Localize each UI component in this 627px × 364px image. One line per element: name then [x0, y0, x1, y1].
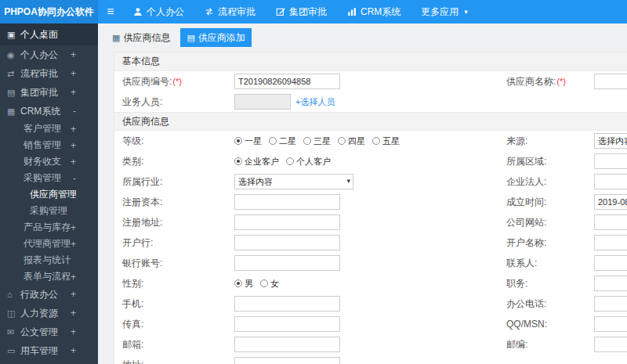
sidebar-item[interactable]: 采购管理-	[0, 170, 98, 186]
flow-icon	[205, 7, 214, 16]
text-input[interactable]	[234, 194, 340, 210]
sidebar-item[interactable]: ⌂行政办公+	[0, 285, 98, 304]
select-input[interactable]: 选择内容▾	[234, 174, 353, 189]
field-label-text: 手机:	[122, 298, 143, 309]
field-label-text: 公司网站:	[506, 217, 546, 228]
text-input[interactable]	[234, 337, 340, 352]
required-marker: (*)	[172, 77, 182, 86]
sidebar-item[interactable]: 销售管理+	[0, 137, 98, 153]
text-input[interactable]	[594, 153, 627, 169]
field-area: 选择内容▾	[234, 174, 506, 189]
sidebar-item[interactable]: 财务收支+	[0, 153, 98, 170]
field-label-text: 性别:	[122, 278, 143, 289]
text-input[interactable]	[234, 255, 340, 271]
tab-label: 供应商信息	[123, 31, 170, 45]
picker-input[interactable]	[234, 94, 291, 110]
crm-icon: ▦	[7, 106, 20, 117]
field-label: 注册地址:	[114, 216, 234, 229]
field-label-text: 类别:	[122, 156, 143, 167]
sidebar-item[interactable]: 采购管理	[0, 203, 98, 219]
text-input[interactable]	[594, 337, 627, 352]
nav-item[interactable]: 集团审批	[266, 0, 337, 23]
text-input[interactable]	[594, 235, 627, 250]
sidebar-item[interactable]: 产品与库存+	[0, 219, 98, 236]
text-input[interactable]	[234, 235, 340, 250]
radio-option[interactable]: 女	[260, 278, 279, 290]
field-area: 男女	[234, 278, 506, 290]
sidebar-item[interactable]: 供应商管理	[0, 186, 98, 203]
sidebar-item[interactable]: ▦CRM系统-	[0, 102, 98, 121]
select-input[interactable]: 选择内容▾	[594, 133, 627, 149]
sidebar-item[interactable]: ◉个人办公+	[0, 45, 98, 64]
hr-icon: ◫	[7, 308, 20, 319]
sidebar-item[interactable]: ⇄流程审批+	[0, 64, 98, 83]
sidebar-item[interactable]: ▣个人桌面	[0, 23, 98, 45]
nav-item[interactable]: 更多应用▾	[411, 0, 478, 23]
nav-item[interactable]: CRM系统	[337, 0, 411, 23]
sidebar-item-label: 采购管理	[30, 204, 67, 218]
text-input[interactable]	[594, 296, 627, 312]
nav-item[interactable]: 流程审批	[194, 0, 266, 23]
sidebar-item[interactable]: 代理商管理+	[0, 236, 98, 252]
field-label-text: 邮箱:	[122, 339, 143, 350]
text-input[interactable]	[234, 214, 340, 230]
field-label-text: 办公电话:	[506, 298, 546, 309]
field-label: 供应商编号:(*)	[114, 75, 234, 88]
sidebar-item[interactable]: 表单与流程设置+	[0, 268, 98, 285]
field-label: 邮箱:	[114, 338, 234, 351]
field-label-text: 注册地址:	[122, 217, 162, 228]
text-input[interactable]	[594, 214, 627, 230]
sidebar-item-label: 公文管理	[20, 326, 58, 339]
text-input[interactable]	[234, 357, 340, 364]
radio-option[interactable]: 三星	[303, 135, 331, 147]
text-input[interactable]	[234, 316, 340, 332]
document-icon: ✉	[7, 327, 20, 337]
text-input[interactable]	[234, 74, 340, 89]
person-icon: ◉	[7, 50, 20, 60]
radio-option[interactable]: 男	[234, 278, 253, 290]
form-row: 银行账号:联系人:	[114, 253, 627, 273]
tab-item[interactable]: ▤供应商添加	[180, 28, 251, 47]
field-label: 所属区域:	[506, 155, 594, 168]
text-input[interactable]	[594, 255, 627, 271]
sidebar-item[interactable]: ▤集团审批+	[0, 83, 98, 102]
field-label-text: 所属区域:	[506, 156, 546, 167]
expand-plus-icon: +	[71, 68, 76, 79]
sidebar-item[interactable]: ✉公文管理+	[0, 323, 98, 341]
text-input[interactable]	[594, 174, 627, 189]
radio-option[interactable]: 一星	[234, 135, 262, 147]
field-area	[594, 337, 627, 352]
sidebar-item[interactable]: ▤档案管理+	[0, 360, 98, 364]
text-input[interactable]	[594, 194, 627, 210]
radio-option[interactable]: 企业客户	[234, 156, 279, 168]
sidebar-item[interactable]: 客户管理+	[0, 121, 98, 137]
sidebar-item-label: 供应商管理	[30, 188, 76, 201]
sidebar-item[interactable]: 报表与统计	[0, 252, 98, 268]
text-input[interactable]	[594, 74, 627, 89]
form-row: 注册资本:成立时间:	[114, 192, 627, 212]
radio-icon	[372, 137, 380, 145]
radio-icon	[260, 279, 268, 287]
radio-option[interactable]: 四星	[338, 135, 365, 147]
radio-option[interactable]: 二星	[269, 135, 296, 147]
radio-option-label: 企业客户	[245, 156, 279, 168]
nav-item[interactable]: 个人办公	[123, 0, 194, 23]
menu-toggle-icon[interactable]: ≡	[98, 0, 123, 23]
field-label: 注册资本:	[114, 196, 234, 209]
sidebar-item[interactable]: ▭用车管理+	[0, 341, 98, 360]
expand-plus-icon: +	[71, 345, 76, 356]
radio-option-label: 四星	[348, 135, 365, 147]
text-input[interactable]	[234, 296, 340, 312]
edit-icon	[276, 7, 285, 16]
supplier-form: 基本信息供应商编号:(*)供应商名称:(*)业务人员:+选择人员供应商信息等级:…	[114, 52, 627, 364]
radio-option[interactable]: 五星	[372, 135, 400, 147]
field-label: 开户行:	[114, 236, 234, 250]
radio-option[interactable]: 个人客户	[286, 156, 331, 168]
field-area	[594, 174, 627, 189]
field-label-text: 开户名称:	[506, 237, 546, 248]
sidebar-item[interactable]: ◫人力资源+	[0, 304, 98, 323]
choose-person-link[interactable]: +选择人员	[295, 96, 335, 108]
text-input[interactable]	[594, 276, 627, 291]
text-input[interactable]	[594, 316, 627, 332]
tab-item[interactable]: ▦供应商信息	[106, 28, 176, 47]
